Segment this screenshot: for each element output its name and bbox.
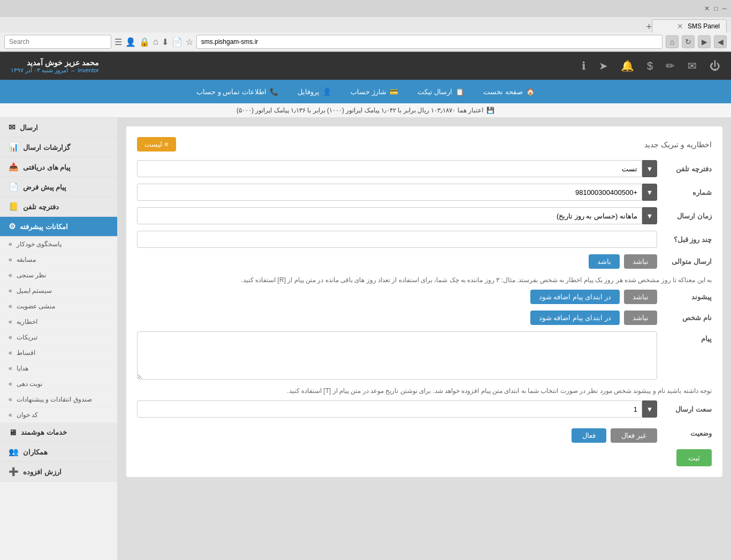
sidebar-item-phonebook[interactable]: دفترچه تلفن 📒	[0, 197, 117, 217]
phonebook-label: دفترچه تلفن	[664, 165, 712, 173]
sidebar-item-default-msg[interactable]: پیام پیش فرض 📄	[0, 177, 117, 197]
send-speed-input[interactable]	[137, 400, 642, 418]
installments-label: اقساط	[17, 349, 35, 357]
menu-contact[interactable]: 📞 اطلاعات تماس و حساب	[187, 80, 288, 103]
content-area: اخطاریه و تبریک جدید ≡ لیست دفترچه تلفن …	[118, 118, 731, 560]
congrats-label: تبریکات	[17, 334, 37, 341]
continuous-yes-button[interactable]: باشد	[589, 254, 620, 269]
suffix-add-button[interactable]: در ابتدای پیام اضافه شود	[530, 311, 620, 325]
sidebar-sub-installments[interactable]: اقساط »	[0, 345, 117, 361]
browser-toolbar: ◀ ▶ ↻ ⌂ ☆ 📄 ⬇ ⌂ 🔒 👤 ☰	[0, 33, 731, 51]
bell-icon[interactable]: 🔔	[621, 59, 634, 72]
bookmark-icon[interactable]: ☆	[186, 37, 193, 47]
window-close[interactable]: ✕	[704, 5, 710, 12]
new-tab-button[interactable]: +	[646, 21, 652, 33]
sidebar-sub-scheduling[interactable]: نوبت دهی »	[0, 376, 117, 392]
send-time-input[interactable]	[137, 207, 642, 224]
sidebar-sub-feedback[interactable]: صندوق انتقادات و پیشنهادات »	[0, 392, 117, 407]
value-added-sidebar-label: ارزش افزوده	[23, 468, 62, 476]
status-active-button[interactable]: فعال	[572, 428, 606, 443]
partners-sidebar-label: همکاران	[23, 448, 48, 456]
sidebar-item-advanced[interactable]: امکانات پیشرفته ⚙	[0, 217, 117, 237]
sidebar-sub-survey[interactable]: نظر سنجی »	[0, 268, 117, 283]
window-minimize[interactable]: ─	[722, 5, 727, 12]
phonebook-row: دفترچه تلفن ▼	[137, 160, 712, 177]
app: ⏻ ✉ ✏ $ 🔔 ➤ ℹ محمد عزیز خوش آمدید invent…	[0, 52, 731, 560]
prefix-no-button[interactable]: نباشد	[624, 290, 657, 304]
menu-home[interactable]: 🏠 صفحه نخست	[474, 80, 544, 103]
number-dropdown-btn[interactable]: ▼	[642, 184, 657, 201]
sidebar-sub-warning[interactable]: اخطاریه »	[0, 314, 117, 330]
feedback-arrow: »	[9, 396, 12, 403]
menu-ticket[interactable]: 📋 ارسال تیکت	[408, 80, 474, 103]
send-speed-label: سعت ارسال	[664, 405, 712, 413]
sidebar-sub-barcode[interactable]: کد خوان »	[0, 407, 117, 423]
sidebar-sub-membership[interactable]: منشی عضویت »	[0, 299, 117, 314]
reader-icon[interactable]: 📄	[172, 37, 182, 47]
sidebar-item-value-added[interactable]: ارزش افزوده ➕	[0, 462, 117, 482]
reports-sidebar-label: گزارشات ارسال	[23, 143, 70, 152]
user-subtitle: inventor – امروز شنبه ۰۳ آذر ۱۳۹۷	[11, 67, 99, 74]
membership-arrow: »	[9, 302, 12, 310]
dollar-icon[interactable]: $	[647, 60, 653, 72]
shield-icon[interactable]: 🔒	[139, 37, 150, 47]
home2-icon[interactable]: ⌂	[153, 37, 158, 47]
received-sidebar-icon: 📥	[9, 162, 19, 172]
home-button[interactable]: ⌂	[666, 35, 679, 48]
sidebar-sub-congrats[interactable]: تبریکات »	[0, 330, 117, 345]
active-tab[interactable]: SMS Panel ✕	[652, 19, 727, 33]
sidebar-sub-autoresponder[interactable]: پاسخگوی خودکار »	[0, 237, 117, 252]
window-maximize[interactable]: □	[714, 5, 718, 12]
number-input[interactable]	[137, 184, 642, 201]
days-before-input[interactable]	[137, 231, 657, 248]
sidebar-item-received[interactable]: پیام های دریافتی 📥	[0, 157, 117, 177]
phonebook-dropdown-btn[interactable]: ▼	[642, 160, 657, 177]
menu-charge[interactable]: 💳 شارژ حساب	[341, 80, 408, 103]
autoresponder-label: پاسخگوی خودکار	[17, 240, 62, 248]
sidebar-item-reports[interactable]: گزارشات ارسال 📊	[0, 138, 117, 157]
back-button[interactable]: ◀	[714, 35, 727, 48]
download-icon[interactable]: ⬇	[162, 37, 169, 47]
sidebar-sub-gifts[interactable]: هدایا »	[0, 361, 117, 376]
suffix-no-button[interactable]: نباشد	[624, 311, 657, 325]
power-icon[interactable]: ⏻	[710, 60, 720, 72]
submit-button[interactable]: ثبت	[676, 449, 712, 466]
info-icon[interactable]: ℹ	[582, 59, 586, 72]
forward-button[interactable]: ▶	[698, 35, 711, 48]
gifts-arrow: »	[9, 365, 12, 372]
continuous-no-button[interactable]: نباشد	[624, 254, 657, 269]
send-time-dropdown-btn[interactable]: ▼	[642, 207, 657, 224]
refresh-button[interactable]: ↻	[682, 35, 695, 48]
menu-profile[interactable]: 👤 پروفایل	[288, 80, 341, 103]
sidebar-item-partners[interactable]: همکاران 👥	[0, 442, 117, 462]
sidebar-item-send[interactable]: ارسال ✉	[0, 118, 117, 138]
tab-close-button[interactable]: ✕	[677, 22, 683, 31]
list-button[interactable]: ≡ لیست	[137, 137, 176, 152]
default-msg-sidebar-label: پیام پیش فرض	[23, 183, 66, 191]
advanced-sidebar-label: امکانات پیشرفته	[20, 223, 68, 231]
prefix-add-button[interactable]: در ابتدای پیام اضافه شود	[530, 290, 620, 304]
warning-arrow: »	[9, 318, 12, 326]
send-speed-dropdown-btn[interactable]: ▼	[642, 400, 657, 418]
phonebook-input[interactable]	[137, 160, 642, 177]
browser-chrome: ─ □ ✕ SMS Panel ✕ + ◀ ▶ ↻ ⌂ ☆ 📄 ⬇ ⌂ 🔒 👤 …	[0, 0, 731, 52]
number-row: شماره ▼	[137, 184, 712, 201]
send-icon[interactable]: ➤	[599, 59, 608, 72]
barcode-arrow: »	[9, 411, 12, 419]
pencil-icon[interactable]: ✏	[666, 59, 675, 72]
sidebar-sub-email[interactable]: سیستم ایمیل »	[0, 283, 117, 299]
user-icon[interactable]: 👤	[125, 37, 136, 47]
gifts-label: هدایا	[17, 365, 28, 372]
user-role: inventor	[78, 67, 99, 73]
prefix-label: پیشوند	[664, 293, 712, 301]
message-textarea[interactable]	[137, 331, 657, 380]
email-icon[interactable]: ✉	[688, 59, 697, 72]
sidebar-sub-contest[interactable]: مسابقه »	[0, 252, 117, 268]
sidebar-item-smart[interactable]: خدمات هوشمند 🖥	[0, 423, 117, 442]
feedback-label: صندوق انتقادات و پیشنهادات	[17, 396, 92, 403]
search-input[interactable]	[4, 35, 111, 49]
menu-icon[interactable]: ☰	[115, 37, 122, 47]
congrats-arrow: »	[9, 334, 12, 341]
status-inactive-button[interactable]: غیر فعال	[611, 428, 657, 443]
url-bar[interactable]	[196, 35, 663, 49]
